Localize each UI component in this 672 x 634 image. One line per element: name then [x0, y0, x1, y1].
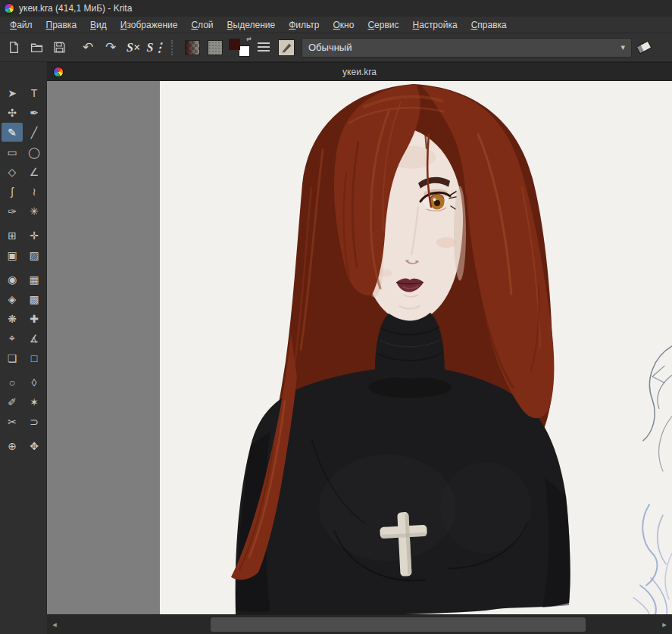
multibrush-tool[interactable]: ✳ [23, 201, 45, 220]
reference-images-tool[interactable]: ❏ [2, 348, 23, 367]
krita-window: укеи.kra (414,1 МиБ) - Krita ФайлПравкаВ… [0, 0, 672, 634]
eraser-icon [636, 40, 652, 54]
dynamic-brush-tool[interactable]: ✑ [2, 201, 23, 220]
text-tool[interactable]: T [23, 83, 45, 102]
document-tab[interactable]: укеи.kra [47, 62, 672, 81]
scroll-row-spacer [0, 614, 47, 634]
select-shapes-tool[interactable]: ➤ [2, 83, 23, 102]
s-cross-icon: S× [127, 41, 140, 55]
redo-button[interactable]: ↷ [100, 37, 121, 58]
rectangle-tool[interactable]: ▭ [2, 142, 23, 161]
smart-patch-tool[interactable]: ✚ [23, 309, 45, 328]
document-tab-title: укеи.kra [47, 67, 672, 77]
bezier-curve-tool[interactable]: ʃ [2, 182, 23, 201]
move-tool[interactable]: ✛ [23, 226, 45, 245]
open-document-button[interactable] [26, 37, 47, 58]
menu-item-file[interactable]: Файл [3, 17, 39, 33]
workspace [47, 81, 672, 614]
polygon-select-tool[interactable]: ◊ [23, 373, 45, 392]
blending-mode-select[interactable]: Обычный ▾ [302, 38, 632, 58]
main-toolbar: ↶ ↷ S× S⋮ ⇄ Обычный ▾ [0, 33, 672, 62]
list-lines-icon [258, 42, 270, 53]
pattern-chooser-button[interactable] [205, 37, 226, 58]
gradient-tool[interactable]: ▨ [23, 245, 45, 264]
colorize-mask-tool[interactable]: ❋ [2, 309, 23, 328]
background-color-chip [239, 45, 250, 57]
scroll-row: ◂ ▸ [0, 614, 672, 634]
ellipse-select-tool[interactable]: ○ [2, 373, 23, 392]
brush-presets-list-button[interactable] [253, 37, 274, 58]
menu-item-view[interactable]: Вид [83, 17, 114, 33]
ellipse-tool[interactable]: ◯ [23, 142, 45, 161]
edit-shapes-tool[interactable]: ✣ [2, 103, 23, 122]
open-folder-icon [30, 41, 43, 54]
main-content: ➤T✣✒✎╱▭◯◇∠ʃ≀✑✳⊞✛▣▨◉▦◈▩❋✚⌖∡❏□○◊✐✶✂⊃⊕✥ [0, 81, 672, 614]
swap-colors-icon: ⇄ [246, 36, 252, 42]
bezier-select-tool[interactable]: ✂ [2, 412, 23, 431]
freehand-brush-tool[interactable]: ✎ [2, 123, 23, 142]
new-document-icon [8, 41, 20, 54]
scrollbar-track[interactable] [62, 615, 657, 634]
pattern-edit-tool[interactable]: ▦ [23, 270, 45, 289]
scroll-left-button[interactable]: ◂ [47, 620, 62, 629]
crop-tool[interactable]: ▣ [2, 245, 23, 264]
chevron-down-icon: ▾ [620, 42, 625, 52]
measure-tool[interactable]: ∡ [23, 329, 45, 348]
menu-item-help[interactable]: Справка [464, 17, 514, 33]
krita-app-icon [4, 3, 14, 14]
menu-item-tools[interactable]: Сервис [361, 17, 405, 33]
pencil-icon [280, 41, 293, 55]
menu-item-edit[interactable]: Правка [39, 17, 84, 33]
polygon-tool[interactable]: ◇ [2, 162, 23, 181]
current-brush-preset-button[interactable] [276, 37, 297, 58]
eraser-mode-button[interactable] [633, 37, 655, 58]
save-document-button[interactable] [48, 37, 70, 58]
fill-tool[interactable]: ◈ [2, 289, 23, 308]
gradient-chooser-button[interactable] [182, 37, 203, 58]
redo-icon: ↷ [105, 41, 116, 54]
s-cross-button[interactable]: S× [123, 37, 144, 58]
horizontal-scrollbar[interactable]: ◂ ▸ [47, 614, 672, 634]
transform-tool[interactable]: ⊞ [2, 226, 23, 245]
s-dots-icon: S⋮ [147, 40, 166, 55]
s-dots-button[interactable]: S⋮ [145, 37, 167, 58]
undo-icon: ↶ [83, 41, 93, 54]
menu-item-filter[interactable]: Фильтр [282, 17, 326, 33]
scroll-right-button[interactable]: ▸ [657, 620, 672, 629]
freehand-select-tool[interactable]: ✐ [2, 392, 23, 411]
menu-item-image[interactable]: Изображение [114, 17, 185, 33]
canvas-area[interactable] [160, 81, 672, 614]
tab-row: укеи.kra [0, 62, 672, 81]
calligraphy-tool[interactable]: ✒ [23, 103, 45, 122]
undo-button[interactable]: ↶ [77, 37, 98, 58]
polyline-tool[interactable]: ∠ [23, 162, 45, 181]
toolbox: ➤T✣✒✎╱▭◯◇∠ʃ≀✑✳⊞✛▣▨◉▦◈▩❋✚⌖∡❏□○◊✐✶✂⊃⊕✥ [0, 81, 47, 614]
brush-preset-thumbnail [278, 39, 295, 56]
color-sampler-tool[interactable]: ◉ [2, 270, 23, 289]
scrollbar-handle[interactable] [211, 617, 586, 632]
enclose-fill-tool[interactable]: ▩ [23, 289, 45, 308]
window-title: укеи.kra (414,1 МиБ) - Krita [19, 3, 132, 14]
foreground-background-colors[interactable]: ⇄ [227, 37, 252, 58]
menu-item-window[interactable]: Окно [327, 17, 361, 33]
menu-item-select[interactable]: Выделение [220, 17, 283, 33]
assistants-tool[interactable]: ⌖ [2, 329, 23, 348]
line-tool[interactable]: ╱ [23, 123, 45, 142]
menubar: ФайлПравкаВидИзображениеСлойВыделениеФил… [0, 17, 672, 33]
menu-item-settings[interactable]: Настройка [406, 17, 464, 33]
toolbar-separator [71, 40, 76, 55]
freehand-path-tool[interactable]: ≀ [23, 182, 45, 201]
toolbar-grip [171, 40, 177, 55]
menu-item-layer[interactable]: Слой [184, 17, 220, 33]
magnetic-select-tool[interactable]: ⊃ [23, 412, 45, 431]
similar-select-tool[interactable]: ✶ [23, 392, 45, 411]
pattern-swatch-icon [208, 40, 223, 55]
new-document-button[interactable] [3, 37, 24, 58]
rect-select-tool[interactable]: □ [23, 348, 45, 367]
save-floppy-icon [53, 41, 66, 54]
pan-tool[interactable]: ✥ [23, 436, 45, 455]
zoom-tool[interactable]: ⊕ [2, 436, 23, 455]
gradient-swatch-icon [185, 40, 200, 55]
blending-mode-value: Обычный [308, 42, 352, 53]
canvas-artwork[interactable] [160, 81, 672, 614]
